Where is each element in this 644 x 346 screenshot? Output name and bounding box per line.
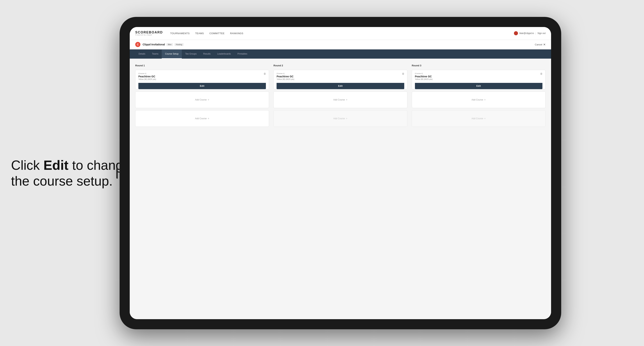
top-nav: SCOREBOARD Powered by clippd TOURNAMENTS… — [130, 27, 551, 40]
tablet-device: SCOREBOARD Powered by clippd TOURNAMENTS… — [120, 17, 561, 329]
tab-results[interactable]: Results — [200, 49, 214, 59]
round-1-course-label: (Course A) — [138, 73, 266, 74]
round-3-course-card: 🗑 (Course A) Peachtree GC Yellow (M) (66… — [412, 70, 546, 89]
separator: | — [536, 32, 536, 34]
round-3-edit-button[interactable]: Edit — [415, 83, 542, 89]
plus-icon-2: + — [208, 117, 209, 120]
close-icon: ✕ — [543, 43, 546, 46]
avatar — [514, 31, 518, 35]
tab-teams[interactable]: Teams — [149, 49, 162, 59]
round-3-add-label: Add Course — [472, 99, 483, 101]
round-1-delete-icon[interactable]: 🗑 — [263, 72, 266, 76]
tab-bar: Details Teams Course Setup Tee Groups Re… — [130, 49, 551, 59]
nav-teams[interactable]: TEAMS — [195, 31, 204, 36]
round-1-course-detail: Yellow (M) (6629 yds) — [138, 78, 266, 80]
round-3-add-course-2: Add Course + — [412, 110, 546, 127]
add-course-label-2: Add Course — [195, 117, 207, 120]
rounds-container: Round 1 🗑 (Course A) Peachtree GC Yellow… — [135, 64, 546, 127]
round-3-plus-icon-2: + — [484, 117, 486, 120]
round-3-plus-icon: + — [484, 98, 486, 101]
sub-nav: C Clippd Invitational Men Hosting Cancel… — [130, 40, 551, 49]
round-1-course-name: Peachtree GC — [138, 75, 266, 78]
tablet-screen: SCOREBOARD Powered by clippd TOURNAMENTS… — [130, 27, 551, 319]
hosting-badge: Hosting — [174, 43, 184, 46]
logo-sub: Powered by clippd — [135, 34, 163, 36]
round-3-course-name: Peachtree GC — [415, 75, 542, 78]
tab-leaderboards[interactable]: Leaderboards — [214, 49, 234, 59]
user-email: blair@clippd.io — [520, 32, 534, 34]
round-3-course-detail: Yellow (M) (6629 yds) — [415, 78, 542, 80]
round-2-delete-icon[interactable]: 🗑 — [401, 72, 405, 76]
round-3-add-label-2: Add Course — [472, 117, 483, 120]
logo-title: SCOREBOARD — [135, 31, 163, 34]
round-2-course-name: Peachtree GC — [276, 75, 404, 78]
tab-details[interactable]: Details — [135, 49, 149, 59]
round-1-column: Round 1 🗑 (Course A) Peachtree GC Yellow… — [135, 64, 269, 127]
add-course-label: Add Course — [195, 99, 207, 101]
tab-printables[interactable]: Printables — [234, 49, 250, 59]
tab-tee-groups[interactable]: Tee Groups — [182, 49, 200, 59]
round-2-add-label-2: Add Course — [333, 117, 345, 120]
nav-user-area: blair@clippd.io | Sign out — [514, 31, 546, 35]
round-1-add-course-2[interactable]: Add Course + — [135, 110, 269, 127]
round-3-column: Round 3 🗑 (Course A) Peachtree GC Yellow… — [412, 64, 546, 127]
round-1-course-card: 🗑 (Course A) Peachtree GC Yellow (M) (66… — [135, 70, 269, 89]
round-2-add-course-2: Add Course + — [274, 110, 407, 127]
round-1-edit-button[interactable]: Edit — [138, 83, 266, 89]
round-2-plus-icon-2: + — [346, 117, 348, 120]
gender-badge: Men — [166, 43, 173, 46]
round-3-add-course-1[interactable]: Add Course + — [412, 92, 546, 108]
main-content: Round 1 🗑 (Course A) Peachtree GC Yellow… — [130, 59, 551, 319]
round-3-course-label: (Course A) — [415, 73, 542, 74]
nav-tournaments[interactable]: TOURNAMENTS — [170, 31, 190, 36]
main-nav-links: TOURNAMENTS TEAMS COMMITTEE RANKINGS — [170, 31, 514, 36]
round-2-course-card: 🗑 (Course A) Peachtree GC Yellow (M) (66… — [274, 70, 407, 89]
round-2-column: Round 2 🗑 (Course A) Peachtree GC Yellow… — [274, 64, 407, 127]
nav-rankings[interactable]: RANKINGS — [230, 31, 243, 36]
cancel-button[interactable]: Cancel ✕ — [535, 43, 546, 46]
round-2-edit-button[interactable]: Edit — [276, 83, 404, 89]
tournament-name: Clippd Invitational — [142, 43, 165, 46]
round-2-plus-icon: + — [346, 98, 348, 101]
app-logo: SCOREBOARD Powered by clippd — [135, 31, 163, 36]
tournament-logo: C — [135, 42, 140, 47]
round-2-add-label: Add Course — [333, 99, 345, 101]
round-1-title: Round 1 — [135, 64, 269, 67]
round-2-add-course-1[interactable]: Add Course + — [274, 92, 407, 108]
round-3-delete-icon[interactable]: 🗑 — [540, 72, 543, 76]
plus-icon: + — [208, 98, 209, 101]
nav-committee[interactable]: COMMITTEE — [210, 31, 225, 36]
round-3-title: Round 3 — [412, 64, 546, 67]
round-2-course-label: (Course A) — [276, 73, 404, 74]
round-1-add-course-1[interactable]: Add Course + — [135, 92, 269, 108]
tablet-side-button — [116, 168, 118, 178]
round-2-course-detail: Yellow (M) (6629 yds) — [276, 78, 404, 80]
round-2-title: Round 2 — [274, 64, 407, 67]
sign-out-link[interactable]: Sign out — [538, 32, 546, 34]
tab-course-setup[interactable]: Course Setup — [162, 49, 182, 59]
